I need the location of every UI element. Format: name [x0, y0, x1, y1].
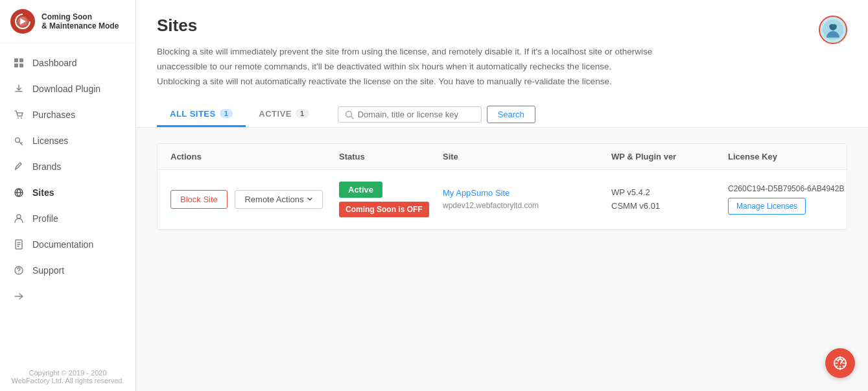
block-site-button[interactable]: Block Site [170, 190, 228, 209]
sidebar-item-documentation[interactable]: Documentation [0, 231, 135, 257]
col-license: License Key [728, 152, 847, 161]
user-avatar[interactable] [819, 16, 847, 44]
cart-icon [13, 109, 25, 121]
header-left: Sites Blocking a site will immediately p… [157, 16, 652, 102]
cell-license: C260C194-D5B79506-6AB4942B ⎘ Manage Lice… [728, 184, 847, 215]
logo[interactable]: Coming Soon & Maintenance Mode [0, 0, 135, 43]
sidebar-item-profile[interactable]: Profile [0, 206, 135, 231]
globe-icon [13, 187, 25, 198]
site-url-text: wpdev12.webfactoryltd.com [443, 201, 539, 210]
sidebar-item-purchases[interactable]: Purchases [0, 102, 135, 128]
table-area: Actions Status Site WP & Plugin ver Lice… [136, 128, 868, 391]
main-content: Sites Blocking a site will immediately p… [136, 0, 868, 391]
cell-site: My AppSumo Site wpdev12.webfactoryltd.co… [443, 188, 611, 210]
status-active-badge: Active [339, 182, 382, 198]
col-status: Status [339, 152, 443, 161]
svg-rect-5 [14, 64, 18, 67]
cell-wp-plugin: WP v5.4.2 CSMM v6.01 [611, 187, 728, 211]
arrow-icon [13, 290, 25, 302]
col-wp-plugin: WP & Plugin ver [611, 152, 728, 161]
search-input[interactable] [358, 110, 475, 119]
svg-point-8 [21, 117, 22, 119]
svg-point-11 [17, 215, 21, 219]
col-site: Site [443, 152, 611, 161]
cell-status: Active Coming Soon is OFF [339, 182, 443, 217]
status-off-badge: Coming Soon is OFF [339, 202, 429, 217]
sidebar-item-support[interactable]: Support [0, 257, 135, 283]
profile-icon [13, 213, 25, 224]
svg-rect-6 [19, 64, 23, 67]
sidebar-nav: Dashboard Download Plugin Purchases Lice… [0, 43, 135, 362]
csmm-version: CSMM v6.01 [611, 201, 728, 211]
cell-actions: Block Site Remote Actions [170, 190, 339, 209]
svg-rect-3 [14, 58, 18, 62]
tab-active[interactable]: ACTIVE 1 [246, 102, 322, 127]
remote-actions-button[interactable]: Remote Actions [235, 190, 323, 209]
sidebar-item-dashboard[interactable]: Dashboard [0, 50, 135, 76]
sidebar-item-licenses[interactable]: Licenses [0, 128, 135, 154]
sidebar-item-brands[interactable]: Brands [0, 154, 135, 180]
sidebar: Coming Soon & Maintenance Mode Dashboard… [0, 0, 136, 391]
sidebar-item-download[interactable]: Download Plugin [0, 76, 135, 102]
support-icon [13, 265, 25, 276]
key-icon [13, 135, 25, 147]
chevron-down-icon [307, 196, 313, 202]
page-title: Sites [157, 16, 652, 36]
site-name-link[interactable]: My AppSumo Site [443, 188, 611, 198]
search-icon [345, 110, 354, 119]
sidebar-item-sites[interactable]: Sites [0, 180, 135, 206]
download-icon [13, 83, 25, 95]
logo-text: Coming Soon & Maintenance Mode [41, 12, 119, 30]
manage-licenses-button[interactable]: Manage Licenses [728, 198, 806, 215]
app-logo-icon [10, 9, 35, 34]
brush-icon [13, 161, 25, 172]
sidebar-item-arrow[interactable] [0, 283, 135, 309]
search-button[interactable]: Search [487, 106, 535, 123]
footer-copyright: Copyright © 2019 - 2020 WebFactory Ltd. … [0, 362, 135, 391]
dashboard-icon [13, 57, 25, 69]
sites-table: Actions Status Site WP & Plugin ver Lice… [157, 143, 847, 230]
page-header: Sites Blocking a site will immediately p… [136, 0, 868, 128]
col-actions: Actions [170, 152, 339, 161]
description-text: Blocking a site will immediately prevent… [157, 45, 652, 89]
svg-rect-4 [19, 58, 23, 62]
help-icon [832, 355, 848, 371]
svg-point-19 [839, 366, 841, 367]
table-header: Actions Status Site WP & Plugin ver Lice… [158, 144, 847, 170]
doc-icon [13, 239, 25, 250]
avatar-image [823, 19, 843, 40]
license-key-text: C260C194-D5B79506-6AB4942B [728, 184, 844, 193]
table-row: Block Site Remote Actions Active Coming … [158, 170, 847, 230]
wp-version: WP v5.4.2 [611, 187, 728, 197]
tab-all-sites[interactable]: ALL SITES 1 [157, 102, 246, 127]
tabs-bar: ALL SITES 1 ACTIVE 1 Search [157, 102, 847, 127]
svg-point-7 [18, 117, 19, 119]
search-bar: Search [338, 106, 535, 123]
search-input-wrap [338, 106, 482, 123]
help-button[interactable] [825, 348, 855, 378]
svg-point-14 [18, 272, 19, 274]
